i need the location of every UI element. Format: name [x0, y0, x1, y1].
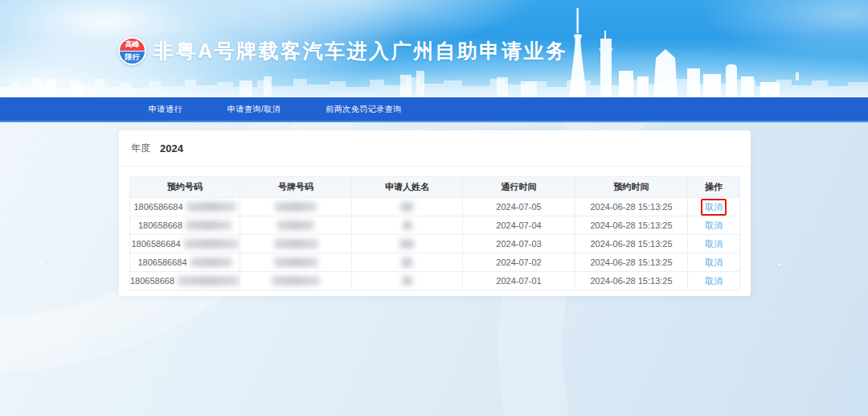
content-area: 年度 2024 预约号码 号牌号码 申请人姓名 通行时间 预约时间 操作 180… [0, 122, 868, 416]
nav-item-apply-pass[interactable]: 申请通行 [149, 104, 182, 115]
redaction-blur [403, 220, 412, 230]
table-row: 1806586684 2024-07-02 2024-06-28 15:13:2… [130, 253, 739, 271]
cell-reservation-number: 180658668 [130, 216, 240, 234]
cell-operation: 取消 [688, 272, 739, 290]
logo-top-label: 高峰 [120, 39, 145, 51]
reservation-number-text: 1806586684 [133, 202, 182, 212]
reservation-number-text: 180658668 [130, 276, 174, 286]
cell-plate-number [240, 235, 352, 253]
sparkle-dot [778, 263, 780, 266]
cell-applicant-name [352, 235, 463, 253]
nav-item-query-cancel[interactable]: 申请查询/取消 [227, 104, 280, 115]
table-header-row: 预约号码 号牌号码 申请人姓名 通行时间 预约时间 操作 [130, 177, 739, 197]
redaction-blur [186, 220, 231, 230]
cell-applicant-name [352, 272, 463, 290]
year-filter-row: 年度 2024 [119, 130, 751, 167]
cell-reserved-time: 2024-06-28 15:13:25 [575, 198, 688, 216]
peak-restriction-logo-icon: 高峰 限行 [118, 37, 146, 65]
nav-item-penalty-free-records[interactable]: 前两次免罚记录查询 [326, 104, 402, 115]
redaction-blur [178, 276, 240, 286]
cell-applicant-name [352, 253, 463, 271]
cell-reserved-time: 2024-06-28 15:13:25 [575, 216, 688, 234]
table-row: 1806586684 2024-07-05 2024-06-28 15:13:2… [130, 197, 739, 216]
table-row: 180658668 2024-07-01 2024-06-28 15:13:25… [130, 271, 739, 290]
cancel-button[interactable]: 取消 [705, 257, 723, 269]
reservation-number-text: 1806586684 [137, 257, 186, 267]
cell-operation: 取消 [688, 216, 739, 234]
cell-plate-number [240, 272, 352, 290]
cell-pass-time: 2024-07-04 [463, 216, 575, 234]
cell-reserved-time: 2024-06-28 15:13:25 [575, 235, 688, 253]
logo-bottom-label: 限行 [120, 51, 145, 64]
reservations-table: 预约号码 号牌号码 申请人姓名 通行时间 预约时间 操作 1806586684 … [129, 176, 740, 290]
redaction-blur [401, 257, 413, 267]
cell-pass-time: 2024-07-05 [463, 198, 575, 216]
page: 高峰 限行 非粤A号牌载客汽车进入广州自助申请业务 申请通行 申请查询/取消 前… [0, 0, 868, 416]
cell-reservation-number: 1806586684 [130, 253, 240, 271]
cell-pass-time: 2024-07-03 [463, 235, 575, 253]
cell-operation: 取消 [688, 235, 739, 253]
redaction-blur [190, 257, 232, 267]
cell-reserved-time: 2024-06-28 15:13:25 [575, 253, 688, 271]
cancel-button[interactable]: 取消 [705, 220, 723, 232]
year-value[interactable]: 2024 [160, 142, 183, 154]
reservation-number-text: 1806586684 [131, 239, 180, 249]
redaction-blur [399, 239, 415, 249]
cell-applicant-name [352, 198, 463, 216]
results-card: 年度 2024 预约号码 号牌号码 申请人姓名 通行时间 预约时间 操作 180… [119, 130, 751, 296]
table-row: 180658668 2024-07-04 2024-06-28 15:13:25… [130, 216, 739, 234]
redaction-blur [275, 202, 317, 212]
header-banner: 高峰 限行 非粤A号牌载客汽车进入广州自助申请业务 [0, 0, 868, 97]
cell-reservation-number: 180658668 [130, 272, 240, 290]
redaction-blur [274, 257, 318, 267]
redaction-blur [186, 202, 236, 212]
cell-pass-time: 2024-07-02 [463, 253, 575, 271]
col-header-plate-number: 号牌号码 [240, 177, 352, 197]
redaction-blur [402, 276, 413, 286]
redaction-blur [272, 276, 320, 286]
cancel-button[interactable]: 取消 [705, 202, 723, 212]
redaction-blur [400, 202, 414, 212]
year-label: 年度 [131, 142, 150, 155]
cancel-button[interactable]: 取消 [705, 275, 723, 287]
site-brand: 高峰 限行 非粤A号牌载客汽车进入广州自助申请业务 [118, 37, 568, 65]
highlight-box: 取消 [701, 199, 727, 216]
cell-applicant-name [352, 216, 463, 234]
cell-pass-time: 2024-07-01 [463, 272, 575, 290]
cancel-button[interactable]: 取消 [705, 238, 723, 250]
cell-reservation-number: 1806586684 [130, 198, 240, 216]
cell-reserved-time: 2024-06-28 15:13:25 [575, 272, 688, 290]
col-header-pass-time: 通行时间 [463, 177, 575, 197]
main-navbar: 申请通行 申请查询/取消 前两次免罚记录查询 [0, 97, 868, 122]
col-header-applicant-name: 申请人姓名 [352, 177, 463, 197]
cell-plate-number [240, 216, 352, 234]
col-header-reserved-time: 预约时间 [575, 177, 688, 197]
cell-plate-number [240, 198, 352, 216]
col-header-reservation-number: 预约号码 [130, 177, 240, 197]
reservation-number-text: 180658668 [138, 220, 182, 230]
redaction-blur [277, 220, 314, 230]
cell-plate-number [240, 253, 352, 271]
redaction-blur [274, 239, 318, 249]
cell-operation: 取消 [688, 253, 739, 271]
sparkle-dot [40, 261, 43, 263]
col-header-operation: 操作 [688, 177, 739, 197]
page-title: 非粤A号牌载客汽车进入广州自助申请业务 [154, 38, 568, 64]
table-body: 1806586684 2024-07-05 2024-06-28 15:13:2… [130, 197, 739, 290]
redaction-blur [184, 239, 239, 249]
table-row: 1806586684 2024-07-03 2024-06-28 15:13:2… [130, 234, 739, 253]
cell-operation: 取消 [688, 198, 739, 216]
cell-reservation-number: 1806586684 [130, 235, 240, 253]
